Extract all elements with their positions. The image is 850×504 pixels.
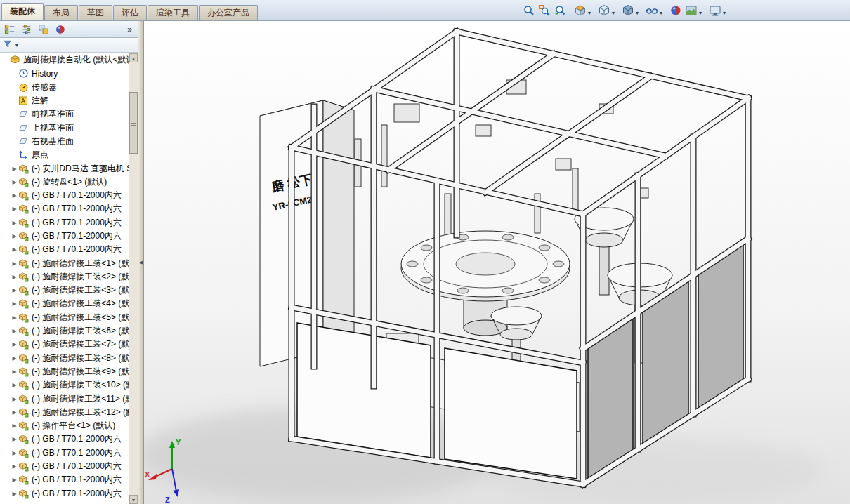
dropdown-caret[interactable]: ▾ <box>636 10 639 16</box>
tree-item[interactable]: ▶(-) 施耐德焊接工装<4> (默 <box>0 297 129 310</box>
tree-item[interactable]: 右视基准面 <box>0 135 129 148</box>
filter-dropdown-caret[interactable]: ▼ <box>14 42 20 48</box>
expand-arrow[interactable]: ▶ <box>11 382 18 388</box>
tree-item[interactable]: ▶(-) GB / T70.1-2000内六 <box>0 202 129 215</box>
featuremanager-tree-tab[interactable] <box>3 22 17 37</box>
expand-arrow[interactable]: ▶ <box>11 341 18 347</box>
tree-item-label: (-) 操作平台<1> (默认) <box>32 420 115 432</box>
tree-item[interactable]: 上视基准面 <box>0 121 129 134</box>
commandmanager-tab[interactable]: 布局 <box>44 5 78 20</box>
expand-arrow[interactable]: ▶ <box>11 179 18 185</box>
tree-item[interactable]: ▶(-) GB / T70.1-2000内六 <box>0 487 129 500</box>
expand-arrow[interactable]: ▶ <box>11 423 18 429</box>
tree-item[interactable]: 前视基准面 <box>0 107 129 121</box>
panel-splitter[interactable]: ◀ <box>138 21 144 504</box>
tree-item[interactable]: ▶(-) 施耐德焊接工装<11> (默 <box>0 392 129 405</box>
tree-item[interactable]: ▶(-) GB / T70.1-2000内六 <box>0 473 129 486</box>
dropdown-caret[interactable]: ▾ <box>612 10 615 16</box>
zoom-previous-button[interactable] <box>552 3 568 18</box>
tree-item[interactable]: 原点 <box>0 148 129 161</box>
display-style-button[interactable] <box>620 3 636 18</box>
tree-item[interactable]: ▶(-) GB / T70.1-2000内六 <box>0 460 129 473</box>
tree-item[interactable]: ▶(-) 操作平台<1> (默认) <box>0 419 129 432</box>
component-icon <box>18 231 29 241</box>
panel-overflow-button[interactable]: » <box>124 25 135 34</box>
tree-item[interactable]: ▶(-) GB / T70.1-2000内六 <box>0 216 129 230</box>
tree-item[interactable]: ▶(-) 施耐德焊接工装<10> (默 <box>0 378 129 392</box>
zoom-fit-button[interactable] <box>521 3 537 18</box>
expand-arrow[interactable]: ▶ <box>11 274 18 280</box>
commandmanager-tab[interactable]: 渲染工具 <box>148 5 198 20</box>
view-orientation-button[interactable] <box>596 3 612 18</box>
scrollbar-thumb[interactable] <box>129 92 138 154</box>
expand-arrow[interactable]: ▶ <box>11 206 18 212</box>
configurationmanager-tab[interactable] <box>37 22 51 37</box>
expand-arrow[interactable]: ▶ <box>11 287 18 293</box>
expand-arrow[interactable]: ▶ <box>11 355 18 362</box>
expand-arrow[interactable]: ▶ <box>11 328 18 334</box>
commandmanager-tab[interactable]: 装配体 <box>1 3 44 20</box>
expand-arrow[interactable]: ▶ <box>11 463 18 470</box>
tree-item[interactable]: ▶(-) 施耐德焊接工装<6> (默 <box>0 324 129 338</box>
tree-item[interactable]: History <box>0 67 129 80</box>
collapse-panel-arrow[interactable]: ◀ <box>139 260 143 265</box>
commandmanager-tab[interactable]: 草图 <box>79 5 112 20</box>
propertymanager-tab[interactable] <box>20 22 34 37</box>
tree-item[interactable]: ▶(-) 施耐德焊接工装<1> (默 <box>0 256 129 270</box>
tree-item[interactable]: 传感器 <box>0 81 129 94</box>
commandmanager-tab[interactable]: 评估 <box>113 5 147 20</box>
expand-arrow[interactable]: ▶ <box>11 314 18 321</box>
tree-item[interactable]: ▶(-) 施耐德焊接工装<9> (默 <box>0 365 129 378</box>
zoom-area-button[interactable] <box>537 3 552 18</box>
expand-arrow[interactable]: ▶ <box>11 260 18 267</box>
3d-model-canvas[interactable]: 磨 松下 YR-0CM2 <box>144 21 850 504</box>
dropdown-caret[interactable]: ▾ <box>588 10 591 16</box>
scroll-down-button[interactable]: ▼ <box>129 495 138 504</box>
edit-appearance-button[interactable] <box>668 3 684 18</box>
tree-item[interactable]: ▶(-) 施耐德焊接工装<5> (默 <box>0 311 129 324</box>
apply-scene-button[interactable] <box>684 3 699 18</box>
expand-arrow[interactable]: ▶ <box>11 450 18 456</box>
expand-arrow[interactable]: ▶ <box>11 246 18 253</box>
section-view-button[interactable] <box>573 3 588 18</box>
component-icon <box>18 461 29 472</box>
expand-arrow[interactable]: ▶ <box>11 409 18 416</box>
expand-arrow[interactable]: ▶ <box>11 300 18 307</box>
tree-item[interactable]: 注解 <box>0 94 129 107</box>
view-settings-button[interactable] <box>707 3 723 18</box>
scroll-up-button[interactable]: ▲ <box>129 53 138 62</box>
graphics-area[interactable]: 磨 松下 YR-0CM2 <box>144 21 850 504</box>
tree-item[interactable]: ▶(-) 施耐德焊接工装<12> (默 <box>0 406 129 419</box>
expand-arrow[interactable]: ▶ <box>11 477 18 483</box>
tree-item[interactable]: ▶(-) GB / T70.1-2000内六 <box>0 446 129 460</box>
tree-item[interactable]: ▶(-) GB / T70.1-2000内六 <box>0 230 129 243</box>
expand-arrow[interactable]: ▶ <box>11 166 18 172</box>
tree-item[interactable]: ▶(-) GB / T70.1-2000内六 <box>0 432 129 446</box>
tree-item[interactable]: ▶(-) 安川DD马达 直驱电机 S <box>0 161 129 175</box>
expand-arrow[interactable]: ▶ <box>11 436 18 442</box>
appearance-manager-tab[interactable] <box>53 22 67 37</box>
dropdown-caret[interactable]: ▾ <box>723 10 726 16</box>
tree-item[interactable]: ▶(-) 施耐德焊接工装<7> (默 <box>0 338 129 351</box>
tree-item[interactable]: ▶(-) GB / T70.1-2000内六 <box>0 189 129 202</box>
tree-item[interactable]: ▶(-) 施耐德焊接工装<2> (默 <box>0 270 129 284</box>
expand-arrow[interactable]: ▶ <box>11 491 18 497</box>
hide-show-items-button[interactable] <box>644 3 660 18</box>
expand-arrow[interactable]: ▶ <box>11 233 18 239</box>
tree-item-label: 原点 <box>32 149 48 161</box>
tree-scrollbar[interactable]: ▲ ▼ <box>129 53 138 504</box>
expand-arrow[interactable]: ▶ <box>11 369 18 375</box>
feature-filter-row[interactable]: ▼ <box>0 38 138 53</box>
tree-item[interactable]: 施耐德焊接自动化 (默认<默认 <box>0 53 129 67</box>
tree-item[interactable]: ▶(-) GB / T70.1-2000内六 <box>0 243 129 256</box>
expand-arrow[interactable]: ▶ <box>11 192 18 199</box>
expand-arrow[interactable]: ▶ <box>11 220 18 226</box>
tree-item[interactable]: ▶(-) 旋转盘<1> (默认) <box>0 175 129 189</box>
tree-item[interactable]: ▶(-) 施耐德焊接工装<8> (默 <box>0 352 129 365</box>
dropdown-caret[interactable]: ▾ <box>699 10 702 16</box>
commandmanager-tab[interactable]: 办公室产品 <box>199 5 258 20</box>
tree-item[interactable]: ▶(-) 施耐德焊接工装<3> (默 <box>0 284 129 297</box>
dropdown-caret[interactable]: ▾ <box>660 10 662 16</box>
expand-arrow[interactable]: ▶ <box>11 396 18 402</box>
filter-funnel-icon[interactable] <box>3 39 13 51</box>
